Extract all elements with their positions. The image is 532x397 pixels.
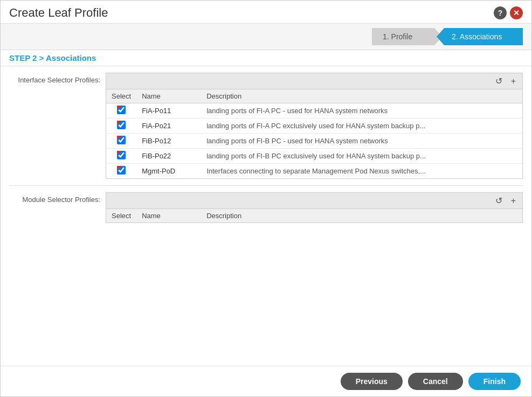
close-button[interactable]: ✕	[510, 6, 523, 19]
help-button[interactable]: ?	[494, 6, 507, 19]
interface-add-button[interactable]: +	[509, 75, 518, 87]
interface-row-select-cell[interactable]	[106, 134, 137, 149]
interface-checkbox-wrapper	[117, 121, 126, 129]
interface-row-select-cell[interactable]	[106, 149, 137, 164]
interface-row-name: Mgmt-PoD	[136, 164, 201, 179]
interface-row-description: landing ports of FI-A PC - used for HANA…	[201, 103, 522, 119]
interface-checkbox-wrapper	[117, 106, 126, 114]
interface-row-description: landing ports of FI-A PC exclusively use…	[201, 119, 522, 134]
module-col-name: Name	[136, 209, 201, 223]
create-leaf-profile-dialog: Create Leaf Profile ? ✕ 1. Profile 2. As…	[0, 0, 532, 397]
interface-table-row: FiB-Po22 landing ports of FI-B PC exclus…	[106, 149, 523, 164]
section-divider	[9, 185, 523, 186]
step1-tab[interactable]: 1. Profile	[372, 28, 442, 45]
interface-table-row: Mgmt-PoD Interfaces connecting to separa…	[106, 164, 523, 179]
interface-row-name: FiA-Po11	[136, 103, 201, 119]
module-col-description: Description	[201, 209, 522, 223]
interface-refresh-button[interactable]: ↺	[493, 75, 505, 87]
module-selector-label: Module Selector Profiles:	[1, 192, 106, 204]
interface-col-name: Name	[136, 89, 201, 103]
step2-tab[interactable]: 2. Associations	[437, 28, 523, 45]
dialog-footer: Previous Cancel Finish	[1, 366, 531, 396]
interface-table-row: FiA-Po21 landing ports of FI-A PC exclus…	[106, 119, 523, 134]
step-label: STEP 2 > Associations	[1, 50, 531, 66]
interface-row-select-cell[interactable]	[106, 164, 137, 179]
interface-row-select-cell[interactable]	[106, 119, 137, 134]
finish-button[interactable]: Finish	[468, 373, 521, 390]
interface-checkbox-wrapper	[117, 136, 126, 144]
interface-checkbox-wrapper	[117, 151, 126, 159]
interface-row-name: FiB-Po22	[136, 149, 201, 164]
interface-row-select-cell[interactable]	[106, 103, 137, 119]
interface-col-select: Select	[106, 89, 137, 103]
interface-col-description: Description	[201, 89, 522, 103]
module-table-header-row: Select Name Description	[106, 209, 523, 223]
header-icons: ? ✕	[494, 6, 523, 19]
interface-table-body: FiA-Po11 landing ports of FI-A PC - used…	[106, 103, 523, 179]
interface-row-checkbox[interactable]	[117, 136, 126, 144]
interface-selector-body: ↺ + Select Name Description	[106, 73, 523, 179]
interface-selector-table: Select Name Description FiA-Po11 landing…	[106, 89, 523, 179]
previous-button[interactable]: Previous	[341, 373, 403, 390]
interface-row-checkbox[interactable]	[117, 106, 126, 114]
content-area: Interface Selector Profiles: ↺ + Select …	[1, 66, 531, 366]
module-selector-section: Module Selector Profiles: ↺ + Select Nam…	[1, 192, 531, 223]
module-col-select: Select	[106, 209, 137, 223]
step1-label: 1. Profile	[383, 32, 412, 41]
interface-selector-section: Interface Selector Profiles: ↺ + Select …	[1, 73, 531, 179]
dialog-header: Create Leaf Profile ? ✕	[1, 1, 531, 24]
interface-checkbox-wrapper	[117, 166, 126, 175]
interface-selector-label: Interface Selector Profiles:	[1, 73, 106, 84]
interface-selector-toolbar: ↺ +	[106, 73, 523, 89]
interface-row-checkbox[interactable]	[117, 166, 126, 175]
interface-row-checkbox[interactable]	[117, 151, 126, 159]
interface-table-row: FiA-Po11 landing ports of FI-A PC - used…	[106, 103, 523, 119]
interface-row-name: FiA-Po21	[136, 119, 201, 134]
interface-row-name: FiB-Po12	[136, 134, 201, 149]
module-add-button[interactable]: +	[509, 195, 518, 207]
module-selector-toolbar: ↺ +	[106, 192, 523, 208]
interface-selector-table-container: Select Name Description FiA-Po11 landing…	[106, 89, 523, 179]
module-selector-table: Select Name Description	[106, 208, 523, 223]
module-selector-body: ↺ + Select Name Description	[106, 192, 523, 223]
cancel-button[interactable]: Cancel	[408, 373, 463, 390]
dialog-title: Create Leaf Profile	[9, 6, 108, 20]
interface-row-description: Interfaces connecting to separate Manage…	[201, 164, 522, 179]
wizard-bar: 1. Profile 2. Associations	[1, 24, 531, 50]
interface-row-description: landing ports of FI-B PC exclusively use…	[201, 149, 522, 164]
interface-row-checkbox[interactable]	[117, 121, 126, 129]
interface-table-header-row: Select Name Description	[106, 89, 523, 103]
module-refresh-button[interactable]: ↺	[493, 194, 505, 207]
step2-label: 2. Associations	[452, 32, 502, 41]
interface-row-description: landing ports of FI-B PC - used for HANA…	[201, 134, 522, 149]
interface-table-row: FiB-Po12 landing ports of FI-B PC - used…	[106, 134, 523, 149]
